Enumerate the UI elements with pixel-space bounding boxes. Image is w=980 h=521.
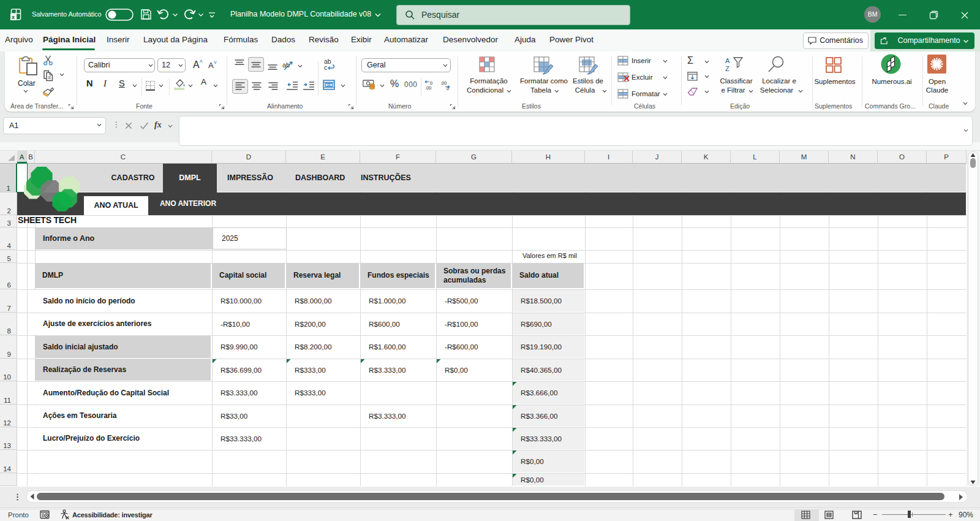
svg-text:.00: .00 [440, 80, 447, 86]
svg-text:x: x [12, 14, 15, 20]
svg-text:c: c [324, 64, 327, 71]
svg-text:.00: .00 [425, 85, 431, 91]
svg-text:0: 0 [447, 86, 449, 91]
svg-text:Z: Z [725, 65, 729, 72]
svg-text:A: A [725, 57, 730, 64]
